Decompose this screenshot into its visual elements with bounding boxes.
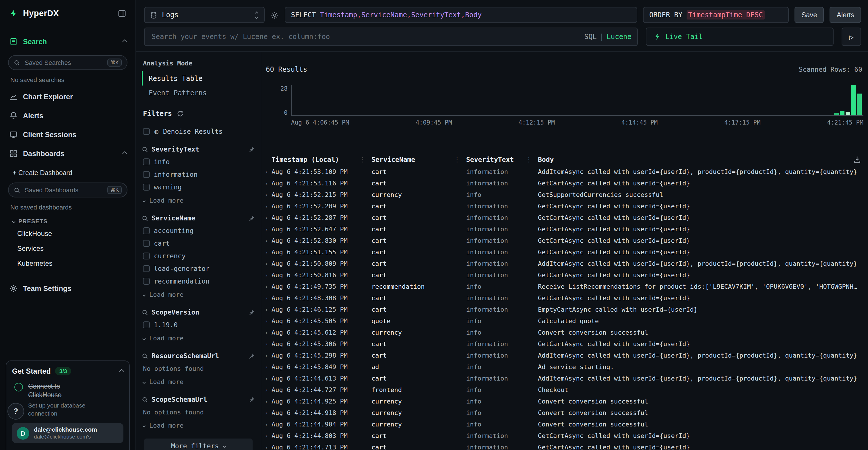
- table-row[interactable]: ›Aug 6 4:21:52.209 PMcartinformationGetC…: [265, 200, 863, 212]
- table-row[interactable]: ›Aug 6 4:21:44.925 PMcurrencyinfoConvert…: [265, 395, 863, 407]
- filter-option[interactable]: 1.19.0: [142, 321, 255, 329]
- app-title[interactable]: HyperDX: [23, 9, 113, 18]
- column-resize-handle[interactable]: ⋮: [359, 156, 371, 164]
- pin-icon[interactable]: [249, 353, 255, 359]
- row-expand-chevron[interactable]: ›: [265, 168, 272, 175]
- row-expand-chevron[interactable]: ›: [265, 272, 272, 278]
- table-row[interactable]: ›Aug 6 4:21:52.647 PMcartinformationGetC…: [265, 223, 863, 235]
- source-settings-gear-icon[interactable]: [270, 11, 279, 19]
- row-expand-chevron[interactable]: ›: [265, 214, 272, 221]
- row-expand-chevron[interactable]: ›: [265, 444, 272, 450]
- table-row[interactable]: ›Aug 6 4:21:44.713 PMcartinformationGetC…: [265, 441, 863, 450]
- table-row[interactable]: ›Aug 6 4:21:52.830 PMcartinformationGetC…: [265, 235, 863, 246]
- row-expand-chevron[interactable]: ›: [265, 295, 272, 301]
- load-more-button[interactable]: Load more: [142, 422, 255, 429]
- preset-item-services[interactable]: Services: [0, 241, 135, 256]
- pin-icon[interactable]: [249, 146, 255, 152]
- filter-option[interactable]: currency: [142, 252, 255, 260]
- select-columns-input[interactable]: SELECTTimestampServiceNameSeverityTextBo…: [285, 7, 637, 23]
- filter-checkbox[interactable]: [143, 227, 150, 234]
- collapse-sidebar-icon[interactable]: [118, 9, 126, 18]
- sidebar-item-dashboards[interactable]: Dashboards: [0, 144, 135, 163]
- hyperdx-logo-icon[interactable]: [9, 9, 19, 18]
- filter-option[interactable]: cart: [142, 239, 255, 247]
- table-row[interactable]: ›Aug 6 4:21:45.505 PMquoteinfoCalculated…: [265, 315, 863, 327]
- download-icon[interactable]: [853, 156, 861, 164]
- filter-option[interactable]: info: [142, 158, 255, 166]
- table-row[interactable]: ›Aug 6 4:21:48.308 PMcartinformationGetC…: [265, 292, 863, 303]
- row-expand-chevron[interactable]: ›: [265, 341, 272, 347]
- table-row[interactable]: ›Aug 6 4:21:45.612 PMcurrencyinfoConvert…: [265, 327, 863, 338]
- refresh-filters-icon[interactable]: [177, 110, 183, 117]
- row-expand-chevron[interactable]: ›: [265, 398, 272, 405]
- saved-searches-input[interactable]: ⌘K: [8, 55, 127, 70]
- denoise-results-option[interactable]: ◐ Denoise Results: [143, 127, 255, 135]
- row-expand-chevron[interactable]: ›: [265, 352, 272, 358]
- histogram-plot[interactable]: [291, 85, 863, 116]
- row-expand-chevron[interactable]: ›: [265, 432, 272, 439]
- table-row[interactable]: ›Aug 6 4:21:44.727 PMfrontendinfoCheckou…: [265, 384, 863, 395]
- filter-group-header[interactable]: ServiceName: [142, 214, 255, 222]
- sidebar-item-client-sessions[interactable]: Client Sessions: [0, 125, 135, 144]
- filter-option[interactable]: recommendation: [142, 277, 255, 285]
- create-dashboard-button[interactable]: + Create Dashboard: [0, 163, 135, 179]
- table-row[interactable]: ›Aug 6 4:21:44.904 PMcurrencyinfoConvert…: [265, 418, 863, 430]
- row-expand-chevron[interactable]: ›: [265, 364, 272, 370]
- row-expand-chevron[interactable]: ›: [265, 260, 272, 267]
- row-expand-chevron[interactable]: ›: [265, 180, 272, 186]
- row-expand-chevron[interactable]: ›: [265, 306, 272, 313]
- table-row[interactable]: ›Aug 6 4:21:46.125 PMcartinformationEmpt…: [265, 303, 863, 315]
- row-expand-chevron[interactable]: ›: [265, 283, 272, 290]
- load-more-button[interactable]: Load more: [142, 334, 255, 342]
- chart-bars[interactable]: [834, 85, 862, 116]
- table-row[interactable]: ›Aug 6 4:21:50.816 PMcartinformationGetC…: [265, 269, 863, 281]
- saved-searches-field[interactable]: [24, 59, 104, 67]
- preset-item-kubernetes[interactable]: Kubernetes: [0, 256, 135, 271]
- source-select[interactable]: Logs: [144, 7, 265, 23]
- row-expand-chevron[interactable]: ›: [265, 410, 272, 416]
- filter-group-header[interactable]: ResourceSchemaUrl: [142, 352, 255, 360]
- filter-checkbox[interactable]: [143, 184, 150, 191]
- language-toggle-sql[interactable]: SQL: [584, 33, 596, 41]
- column-resize-handle[interactable]: ⋮: [526, 156, 538, 164]
- table-row[interactable]: ›Aug 6 4:21:51.155 PMcartinformationGetC…: [265, 246, 863, 258]
- table-row[interactable]: ›Aug 6 4:21:50.809 PMcartinformationAddI…: [265, 258, 863, 269]
- row-expand-chevron[interactable]: ›: [265, 203, 272, 209]
- chevron-up-icon[interactable]: [119, 369, 124, 374]
- filter-checkbox[interactable]: [143, 321, 150, 328]
- column-resize-handle[interactable]: ⋮: [454, 156, 466, 164]
- pin-icon[interactable]: [249, 309, 255, 315]
- row-expand-chevron[interactable]: ›: [265, 226, 272, 232]
- filter-checkbox[interactable]: [143, 158, 150, 165]
- filter-group-header[interactable]: SeverityText: [142, 145, 255, 153]
- more-filters-button[interactable]: More filters: [144, 439, 253, 450]
- pin-icon[interactable]: [249, 215, 255, 221]
- table-row[interactable]: ›Aug 6 4:21:44.613 PMcartinformationAddI…: [265, 373, 863, 384]
- table-row[interactable]: ›Aug 6 4:21:45.849 PMadinfoAd service st…: [265, 361, 863, 373]
- row-expand-chevron[interactable]: ›: [265, 421, 272, 427]
- mode-event-patterns[interactable]: Event Patterns: [142, 86, 255, 100]
- load-more-button[interactable]: Load more: [142, 197, 255, 204]
- event-search-input[interactable]: [150, 32, 580, 41]
- row-expand-chevron[interactable]: ›: [265, 237, 272, 244]
- get-started-task-connect[interactable]: Connect to ClickHouse Set up your databa…: [12, 382, 123, 417]
- table-row[interactable]: ›Aug 6 4:21:44.918 PMcurrencyinfoConvert…: [265, 407, 863, 418]
- table-row[interactable]: ›Aug 6 4:21:52.215 PMcurrencyinfoGetSupp…: [265, 189, 863, 200]
- filter-option[interactable]: accounting: [142, 227, 255, 235]
- filter-checkbox[interactable]: [143, 171, 150, 178]
- presets-toggle[interactable]: PRESETS: [0, 211, 135, 226]
- filter-option[interactable]: warning: [142, 183, 255, 191]
- row-expand-chevron[interactable]: ›: [265, 318, 272, 324]
- preset-item-clickhouse[interactable]: ClickHouse: [0, 226, 135, 241]
- filter-checkbox[interactable]: [143, 265, 150, 272]
- order-by-input[interactable]: ORDER BY TimestampTime DESC: [643, 7, 789, 23]
- filter-checkbox[interactable]: [143, 240, 150, 247]
- alerts-button[interactable]: Alerts: [830, 7, 861, 23]
- table-row[interactable]: ›Aug 6 4:21:44.803 PMcartinformationGetC…: [265, 430, 863, 441]
- filter-checkbox[interactable]: [143, 253, 150, 259]
- language-toggle-lucene[interactable]: Lucene: [607, 33, 631, 41]
- table-row[interactable]: ›Aug 6 4:21:49.735 PMrecommendationinfoR…: [265, 281, 863, 292]
- filter-option[interactable]: load-generator: [142, 265, 255, 272]
- table-row[interactable]: ›Aug 6 4:21:52.287 PMcartinformationGetC…: [265, 212, 863, 223]
- row-expand-chevron[interactable]: ›: [265, 375, 272, 381]
